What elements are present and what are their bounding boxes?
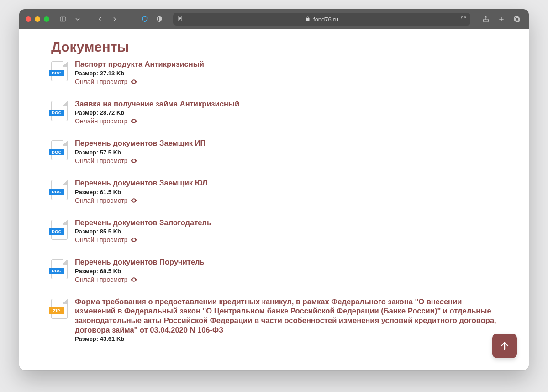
sidebar-toggle-button[interactable] <box>58 14 68 25</box>
document-preview-label: Онлайн просмотр <box>75 236 127 244</box>
back-button[interactable] <box>95 14 105 25</box>
doc-file-icon: DOC <box>51 140 68 160</box>
document-title-link[interactable]: Перечень документов Залогодатель <box>75 218 211 228</box>
document-meta: Форма требования о предоставлении кредит… <box>75 297 497 343</box>
document-title-link[interactable]: Форма требования о предоставлении кредит… <box>75 297 497 335</box>
svg-point-14 <box>133 200 135 201</box>
document-row: ZIPФорма требования о предоставлении кре… <box>51 297 497 343</box>
document-size: Размер: 68.5 Kb <box>75 268 205 275</box>
page-title: Документы <box>51 39 497 55</box>
document-row: DOCПеречень документов Заемщик ИПРазмер:… <box>51 138 497 164</box>
doc-file-icon: DOC <box>51 61 68 81</box>
document-preview-label: Онлайн просмотр <box>75 197 127 204</box>
svg-point-13 <box>133 160 135 162</box>
document-row: DOCЗаявка на получение займа Антикризисн… <box>51 99 497 125</box>
zip-file-icon: ZIP <box>51 299 68 319</box>
document-size: Размер: 28.72 Kb <box>75 109 239 116</box>
document-preview-link[interactable]: Онлайн просмотр <box>75 157 206 164</box>
doc-file-icon: DOC <box>51 180 68 200</box>
document-title-link[interactable]: Перечень документов Заемщик ЮЛ <box>75 178 208 188</box>
document-preview-link[interactable]: Онлайн просмотр <box>75 117 239 125</box>
svg-point-12 <box>133 121 135 122</box>
document-preview-link[interactable]: Онлайн просмотр <box>75 197 208 204</box>
document-title-link[interactable]: Паспорт продукта Антикризисный <box>75 59 204 69</box>
document-list: DOCПаспорт продукта АнтикризисныйРазмер:… <box>51 59 497 342</box>
document-meta: Перечень документов ПоручительРазмер: 68… <box>75 257 205 283</box>
document-meta: Паспорт продукта АнтикризисныйРазмер: 27… <box>75 59 204 85</box>
document-preview-label: Онлайн просмотр <box>75 78 127 85</box>
share-button[interactable] <box>480 14 491 25</box>
page-content: Документы DOCПаспорт продукта Антикризис… <box>19 29 529 370</box>
scroll-to-top-button[interactable] <box>492 334 517 358</box>
privacy-shield-half-icon[interactable] <box>154 14 165 25</box>
document-title-link[interactable]: Перечень документов Заемщик ИП <box>75 138 206 148</box>
zoom-window-button[interactable] <box>44 16 49 22</box>
eye-icon <box>130 197 137 204</box>
document-meta: Перечень документов Заемщик ЮЛРазмер: 61… <box>75 178 208 204</box>
tab-group-dropdown[interactable] <box>72 14 83 25</box>
document-preview-label: Онлайн просмотр <box>75 117 127 125</box>
eye-icon <box>130 117 137 125</box>
document-size: Размер: 85.5 Kb <box>75 228 211 235</box>
svg-point-11 <box>133 81 135 82</box>
doc-file-icon: DOC <box>51 259 68 279</box>
forward-button[interactable] <box>109 14 120 25</box>
lock-icon <box>305 16 311 23</box>
browser-toolbar: fond76.ru <box>19 9 529 29</box>
eye-icon <box>130 276 137 283</box>
reload-button[interactable] <box>460 16 467 23</box>
toolbar-separator <box>89 15 89 23</box>
document-preview-link[interactable]: Онлайн просмотр <box>75 78 204 85</box>
document-row: DOCПеречень документов ЗалогодательРазме… <box>51 218 497 244</box>
minimize-window-button[interactable] <box>35 16 40 22</box>
close-window-button[interactable] <box>26 16 31 22</box>
document-row: DOCПеречень документов Заемщик ЮЛРазмер:… <box>51 178 497 204</box>
document-size: Размер: 61.5 Kb <box>75 189 208 196</box>
address-bar[interactable]: fond76.ru <box>173 13 470 26</box>
privacy-shield-icon[interactable] <box>139 14 150 25</box>
svg-point-16 <box>133 279 135 280</box>
eye-icon <box>130 78 137 85</box>
document-row: DOCПаспорт продукта АнтикризисныйРазмер:… <box>51 59 497 85</box>
document-size: Размер: 57.5 Kb <box>75 149 206 156</box>
address-bar-host: fond76.ru <box>313 16 338 23</box>
new-tab-button[interactable] <box>496 14 507 25</box>
document-size: Размер: 43.61 Kb <box>75 335 497 342</box>
browser-window: fond76.ru <box>19 9 529 370</box>
svg-rect-10 <box>515 17 519 21</box>
svg-rect-9 <box>516 18 520 22</box>
document-preview-link[interactable]: Онлайн просмотр <box>75 236 211 244</box>
doc-file-icon: DOC <box>51 220 68 240</box>
document-title-link[interactable]: Перечень документов Поручитель <box>75 257 205 267</box>
window-controls <box>26 16 49 22</box>
document-meta: Заявка на получение займа АнтикризисныйР… <box>75 99 239 125</box>
doc-file-icon: DOC <box>51 101 68 121</box>
svg-point-15 <box>133 239 135 241</box>
document-preview-label: Онлайн просмотр <box>75 276 127 283</box>
document-preview-link[interactable]: Онлайн просмотр <box>75 276 205 283</box>
document-title-link[interactable]: Заявка на получение займа Антикризисный <box>75 99 239 109</box>
eye-icon <box>130 157 137 164</box>
document-size: Размер: 27.13 Kb <box>75 70 204 77</box>
document-preview-label: Онлайн просмотр <box>75 157 127 164</box>
document-meta: Перечень документов ЗалогодательРазмер: … <box>75 218 211 244</box>
document-row: DOCПеречень документов ПоручительРазмер:… <box>51 257 497 283</box>
tab-overview-button[interactable] <box>511 14 522 25</box>
reader-mode-icon[interactable] <box>177 16 183 23</box>
eye-icon <box>130 236 137 244</box>
svg-rect-0 <box>60 17 66 21</box>
document-meta: Перечень документов Заемщик ИПРазмер: 57… <box>75 138 206 164</box>
